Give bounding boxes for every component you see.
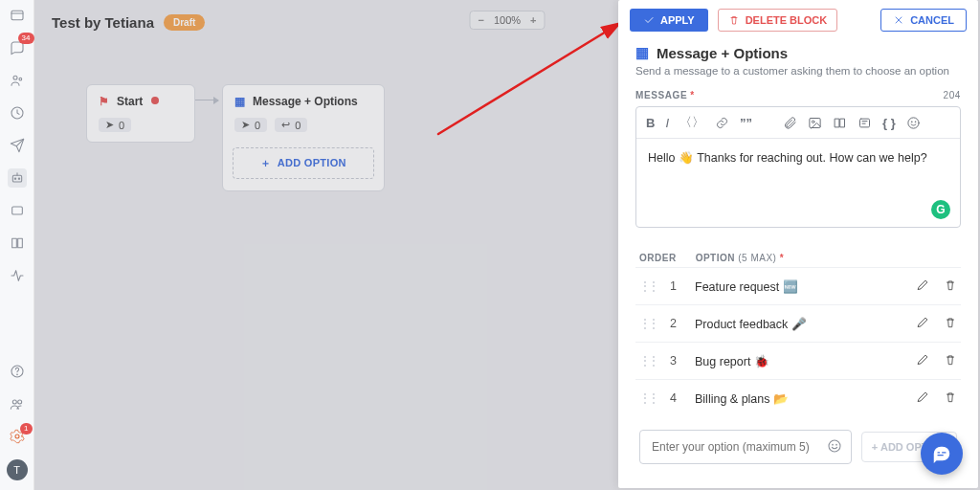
bold-icon[interactable]: B bbox=[646, 116, 655, 130]
svg-point-21 bbox=[833, 444, 834, 445]
node-message-options[interactable]: ▦Message + Options ➤ 0 ↩ 0 ＋ ADD OPTION bbox=[222, 84, 385, 191]
edge-start-to-msg bbox=[195, 100, 218, 100]
option-row: ⋮⋮1Feature request 🆕 bbox=[635, 267, 961, 304]
attach-icon[interactable] bbox=[783, 116, 797, 130]
option-text: Bug report 🐞 bbox=[695, 354, 902, 368]
settings-badge: 1 bbox=[20, 423, 32, 434]
svg-rect-14 bbox=[810, 118, 820, 127]
option-text: Billing & plans 📂 bbox=[695, 391, 902, 406]
edit-option-icon[interactable] bbox=[916, 315, 930, 332]
option-order: 4 bbox=[670, 391, 681, 405]
delete-block-button[interactable]: DELETE BLOCK bbox=[718, 9, 838, 32]
option-input[interactable] bbox=[639, 430, 852, 464]
send-count-chip: ➤ 0 bbox=[234, 118, 267, 132]
nav-activity-icon[interactable] bbox=[8, 266, 27, 285]
node-add-option-button[interactable]: ＋ ADD OPTION bbox=[233, 147, 374, 179]
link-icon[interactable] bbox=[715, 116, 729, 130]
nav-settings-icon[interactable]: 1 bbox=[8, 427, 27, 446]
notification-badge: 34 bbox=[18, 33, 34, 44]
zoom-value: 100% bbox=[494, 14, 521, 26]
svg-point-12 bbox=[15, 434, 19, 438]
message-label: MESSAGE bbox=[635, 90, 687, 100]
panel-subtitle: Send a message to a customer asking them… bbox=[635, 65, 961, 77]
quote-icon[interactable]: ”” bbox=[740, 116, 752, 130]
code-icon[interactable]: 〈〉 bbox=[679, 114, 704, 131]
svg-point-2 bbox=[19, 78, 22, 80]
connection-dot[interactable] bbox=[151, 97, 159, 104]
option-row: ⋮⋮2Product feedback 🎤 bbox=[635, 304, 961, 342]
nav-send-icon[interactable] bbox=[8, 136, 27, 155]
svg-rect-23 bbox=[937, 452, 940, 453]
option-order: 3 bbox=[670, 354, 681, 368]
svg-point-11 bbox=[17, 400, 21, 404]
svg-rect-7 bbox=[11, 207, 22, 214]
svg-rect-0 bbox=[11, 11, 23, 19]
node-start[interactable]: ⚑Start ➤ 0 bbox=[86, 84, 195, 143]
emoji-icon[interactable] bbox=[906, 116, 921, 130]
zoom-in-button[interactable]: + bbox=[530, 14, 536, 26]
svg-point-19 bbox=[915, 121, 916, 122]
chat-launcher-button[interactable] bbox=[921, 433, 963, 475]
block-editor-panel: APPLY DELETE BLOCK CANCEL ▦Message + Opt… bbox=[618, 0, 978, 488]
delete-option-icon[interactable] bbox=[944, 353, 957, 369]
message-textarea[interactable]: Hello 👋 Thanks for reaching out. How can… bbox=[636, 139, 960, 227]
drag-handle-icon[interactable]: ⋮⋮ bbox=[639, 317, 657, 330]
delete-option-icon[interactable] bbox=[944, 316, 957, 332]
article-icon[interactable] bbox=[833, 116, 847, 130]
drag-handle-icon[interactable]: ⋮⋮ bbox=[639, 279, 657, 293]
nav-team-icon[interactable] bbox=[8, 394, 27, 413]
variable-icon[interactable]: { } bbox=[882, 116, 896, 130]
nav-history-icon[interactable] bbox=[8, 103, 27, 122]
emoji-picker-icon[interactable] bbox=[827, 438, 842, 457]
svg-point-17 bbox=[908, 117, 919, 127]
char-count: 204 bbox=[944, 90, 962, 100]
delete-option-icon[interactable] bbox=[944, 278, 957, 295]
svg-point-5 bbox=[14, 178, 15, 179]
svg-point-6 bbox=[18, 178, 19, 179]
node-title: Message + Options bbox=[253, 95, 358, 108]
option-max: (5 MAX) bbox=[738, 253, 776, 263]
drag-handle-icon[interactable]: ⋮⋮ bbox=[639, 354, 657, 368]
nav-help-icon[interactable] bbox=[8, 362, 27, 381]
zoom-control[interactable]: − 100% + bbox=[469, 11, 545, 30]
option-order: 1 bbox=[670, 279, 681, 293]
nav-inbox-icon[interactable] bbox=[8, 6, 27, 25]
nav-book-icon[interactable] bbox=[8, 234, 27, 253]
doc-icon: ▦ bbox=[234, 95, 245, 108]
option-order: 2 bbox=[670, 317, 681, 330]
svg-rect-4 bbox=[12, 175, 21, 182]
user-avatar[interactable]: T bbox=[7, 459, 28, 480]
nav-cards-icon[interactable] bbox=[8, 201, 27, 220]
panel-title: Message + Options bbox=[657, 45, 788, 61]
svg-point-9 bbox=[16, 374, 17, 375]
svg-point-10 bbox=[12, 400, 16, 404]
option-text: Product feedback 🎤 bbox=[695, 317, 902, 331]
option-row: ⋮⋮4Billing & plans 📂 bbox=[635, 379, 961, 416]
edit-option-icon[interactable] bbox=[916, 352, 930, 369]
edit-option-icon[interactable] bbox=[916, 390, 930, 407]
send-count-chip: ➤ 0 bbox=[99, 118, 131, 132]
option-row: ⋮⋮3Bug report 🐞 bbox=[635, 342, 961, 379]
apply-button[interactable]: APPLY bbox=[630, 9, 708, 32]
svg-point-15 bbox=[812, 121, 814, 123]
snippet-icon[interactable] bbox=[858, 116, 872, 130]
option-header: OPTION bbox=[696, 253, 735, 263]
italic-icon[interactable]: I bbox=[665, 116, 669, 130]
node-title: Start bbox=[117, 95, 143, 108]
svg-point-18 bbox=[911, 121, 912, 122]
reply-count-chip: ↩ 0 bbox=[275, 118, 307, 132]
nav-conversations-icon[interactable]: 34 bbox=[8, 38, 27, 57]
edit-option-icon[interactable] bbox=[916, 278, 930, 295]
image-icon[interactable] bbox=[808, 116, 822, 130]
option-text: Feature request 🆕 bbox=[695, 279, 902, 294]
drag-handle-icon[interactable]: ⋮⋮ bbox=[639, 391, 657, 405]
flag-icon: ⚑ bbox=[99, 95, 109, 108]
doc-icon: ▦ bbox=[635, 44, 649, 61]
nav-bot-icon[interactable] bbox=[8, 168, 27, 188]
nav-contacts-icon[interactable] bbox=[8, 71, 27, 90]
order-header: ORDER bbox=[639, 253, 677, 263]
zoom-out-button[interactable]: − bbox=[478, 14, 483, 26]
cancel-button[interactable]: CANCEL bbox=[880, 9, 967, 32]
grammarly-icon[interactable]: G bbox=[931, 200, 950, 219]
delete-option-icon[interactable] bbox=[944, 390, 957, 407]
